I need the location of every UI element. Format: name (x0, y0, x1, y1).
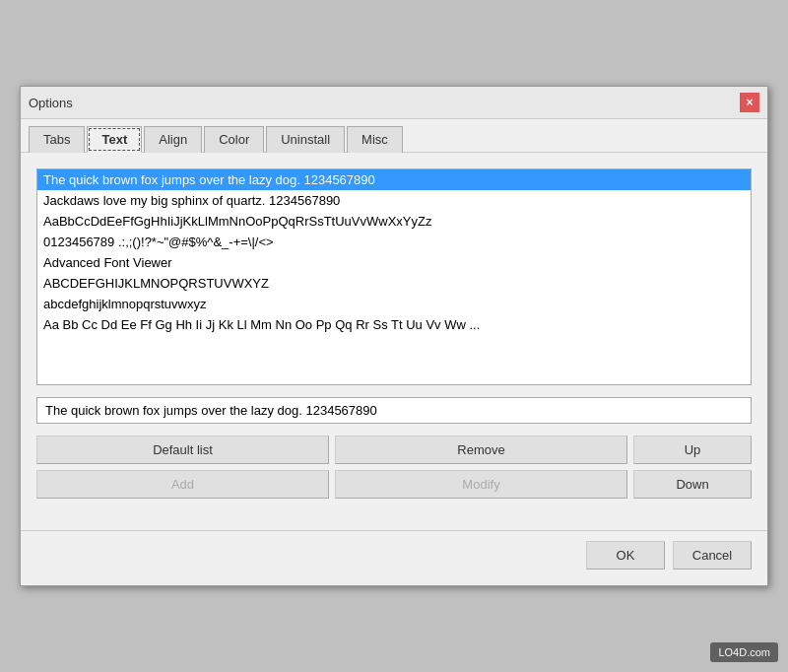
preview-list[interactable]: The quick brown fox jumps over the lazy … (36, 168, 752, 385)
remove-button[interactable]: Remove (335, 436, 627, 464)
modify-button[interactable]: Modify (335, 470, 627, 499)
tab-content: The quick brown fox jumps over the lazy … (21, 153, 767, 530)
list-item[interactable]: The quick brown fox jumps over the lazy … (37, 169, 751, 190)
options-dialog: Options × Tabs Text Align Color Uninstal… (20, 86, 768, 586)
watermark: LO4D.com (710, 642, 778, 662)
close-button[interactable]: × (740, 93, 759, 112)
add-button[interactable]: Add (36, 470, 329, 499)
default-list-button[interactable]: Default list (36, 436, 329, 464)
text-input-row (36, 397, 752, 424)
window-title: Options (29, 96, 73, 110)
list-item[interactable]: ABCDEFGHIJKLMNOPQRSTUVWXYZ (37, 273, 751, 294)
text-input[interactable] (36, 397, 752, 424)
tab-align[interactable]: Align (144, 126, 202, 153)
tab-tabs[interactable]: Tabs (29, 126, 85, 153)
list-item[interactable]: Aa Bb Cc Dd Ee Ff Gg Hh Ii Jj Kk Ll Mm N… (37, 314, 751, 335)
tab-bar: Tabs Text Align Color Uninstall Misc (21, 119, 767, 153)
ok-button[interactable]: OK (586, 541, 665, 570)
list-item[interactable]: Advanced Font Viewer (37, 252, 751, 273)
list-item[interactable]: AaBbCcDdEeFfGgHhIiJjKkLlMmNnOoPpQqRrSsTt… (37, 211, 751, 232)
down-button[interactable]: Down (633, 470, 752, 499)
title-bar: Options × (21, 87, 767, 119)
footer: OK Cancel (21, 530, 767, 585)
list-item[interactable]: Jackdaws love my big sphinx of quartz. 1… (37, 190, 751, 211)
list-item[interactable]: abcdefghijklmnopqrstuvwxyz (37, 294, 751, 314)
tab-color[interactable]: Color (204, 126, 264, 153)
cancel-button[interactable]: Cancel (673, 541, 752, 570)
tab-misc[interactable]: Misc (347, 126, 403, 153)
up-button[interactable]: Up (633, 436, 752, 464)
button-grid: Default list Remove Up Add Modify Down (36, 436, 752, 499)
tab-uninstall[interactable]: Uninstall (266, 126, 345, 153)
list-item[interactable]: 0123456789 .:,;()!?*~"@#$%^&_-+=\|/<> (37, 232, 751, 252)
tab-text[interactable]: Text (87, 126, 142, 153)
